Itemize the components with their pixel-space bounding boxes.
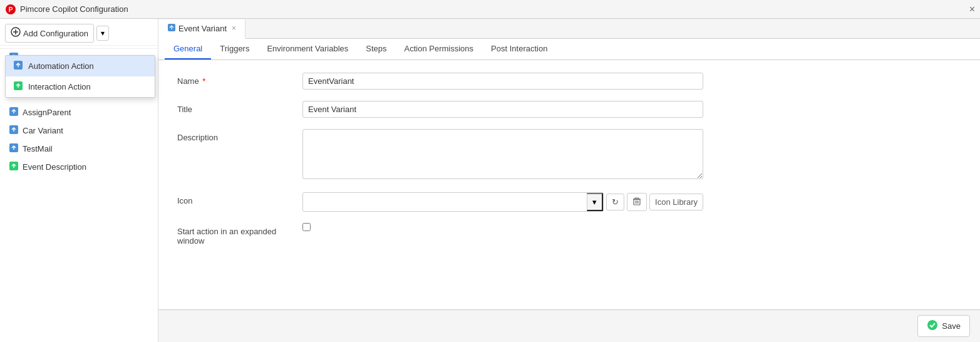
tab-action-permissions[interactable]: Action Permissions xyxy=(396,39,483,60)
icon-library-button[interactable]: Icon Library xyxy=(649,194,703,210)
checkbox-row xyxy=(302,223,703,231)
sidebar-item-assign-parent[interactable]: AssignParent xyxy=(0,103,158,122)
sidebar-top-buttons: Add Configuration ▾ xyxy=(0,19,158,46)
start-action-field-row: Start action in an expanded window xyxy=(177,223,961,246)
dropdown-automation-action[interactable]: Automation Action xyxy=(6,56,155,76)
name-required: * xyxy=(202,76,205,86)
steps-tab-label: Steps xyxy=(366,44,386,53)
tab-close-button[interactable]: × xyxy=(232,24,236,33)
event-variant-tab-label: Event Variant xyxy=(178,24,227,33)
sidebar-item-event-description[interactable]: Event Description xyxy=(0,158,158,176)
general-tab-label: General xyxy=(173,44,202,53)
svg-text:P: P xyxy=(9,6,13,13)
tab-post-interaction[interactable]: Post Interaction xyxy=(482,39,556,60)
trash-icon xyxy=(632,197,641,207)
svg-point-31 xyxy=(927,320,937,330)
sidebar: Add Configuration ▾ Automation Action In… xyxy=(0,19,158,342)
delete-icon-button[interactable] xyxy=(627,193,647,211)
icon-dropdown-button[interactable]: ▾ xyxy=(587,193,603,211)
refresh-icon: ↻ xyxy=(612,197,619,207)
post-interaction-tab-label: Post Interaction xyxy=(491,44,547,53)
add-configuration-button[interactable]: Add Configuration xyxy=(5,24,94,43)
tab-bar: Event Variant × xyxy=(158,19,980,39)
sidebar-item-label: AssignParent xyxy=(23,108,71,117)
title-control xyxy=(302,101,703,118)
add-config-dropdown-button[interactable]: ▾ xyxy=(96,26,109,41)
environment-variables-tab-label: Environment Variables xyxy=(267,44,348,53)
start-action-label: Start action in an expanded window xyxy=(177,223,302,246)
icon-library-label: Icon Library xyxy=(655,197,698,207)
name-field-row: Name * xyxy=(177,73,961,90)
bottom-bar: Save xyxy=(158,309,980,342)
dropdown-interaction-label: Interaction Action xyxy=(28,82,91,91)
svg-rect-27 xyxy=(635,198,639,199)
icon-row: ▾ ↻ Icon Library xyxy=(302,192,703,212)
add-config-label: Add Configuration xyxy=(23,29,88,38)
icon-control: ▾ ↻ Icon Library xyxy=(302,192,703,212)
title-input[interactable] xyxy=(302,101,703,118)
save-label: Save xyxy=(942,321,961,331)
save-button[interactable]: Save xyxy=(917,315,970,337)
description-label: Description xyxy=(177,129,302,142)
interaction-icon xyxy=(13,81,23,93)
green-action-icon xyxy=(9,161,19,173)
close-window-button[interactable]: × xyxy=(969,4,975,15)
tab-steps[interactable]: Steps xyxy=(357,39,395,60)
inner-tabs: General Triggers Environment Variables S… xyxy=(158,39,980,60)
tab-environment-variables[interactable]: Environment Variables xyxy=(258,39,357,60)
app-logo: P xyxy=(5,4,16,15)
blue-action-icon xyxy=(9,125,19,137)
sidebar-item-test-mail[interactable]: TestMail xyxy=(0,140,158,158)
triggers-tab-label: Triggers xyxy=(220,44,249,53)
name-input[interactable] xyxy=(302,73,703,90)
title-bar: P Pimcore Copilot Configuration × xyxy=(0,0,980,19)
event-variant-tab-icon xyxy=(167,23,176,34)
blue-action-icon xyxy=(9,143,19,155)
action-permissions-tab-label: Action Permissions xyxy=(405,44,474,53)
sidebar-item-car-variant[interactable]: Car Variant xyxy=(0,122,158,140)
description-control xyxy=(302,129,703,181)
save-checkmark-icon xyxy=(927,319,938,333)
start-action-control xyxy=(302,223,703,231)
sidebar-item-label: TestMail xyxy=(23,144,53,153)
plus-icon xyxy=(11,27,21,39)
icon-field-row: Icon ▾ ↻ xyxy=(177,192,961,212)
event-variant-tab[interactable]: Event Variant × xyxy=(158,19,245,39)
icon-input[interactable] xyxy=(303,194,587,210)
content-area: Event Variant × General Triggers Environ… xyxy=(158,19,980,342)
title-label: Title xyxy=(177,101,302,114)
blue-action-icon xyxy=(9,106,19,118)
tab-triggers[interactable]: Triggers xyxy=(211,39,258,60)
start-action-checkbox[interactable] xyxy=(302,223,311,231)
icon-label: Icon xyxy=(177,192,302,205)
refresh-icon-button[interactable]: ↻ xyxy=(606,194,624,210)
description-field-row: Description xyxy=(177,129,961,181)
add-config-dropdown-menu: Automation Action Interaction Action xyxy=(5,55,155,98)
icon-select-wrapper: ▾ xyxy=(302,192,604,212)
form-area: Name * Title Description xyxy=(158,60,980,309)
description-textarea[interactable] xyxy=(302,129,703,179)
sidebar-item-label: Car Variant xyxy=(23,126,63,135)
dropdown-automation-label: Automation Action xyxy=(28,61,94,71)
automation-icon xyxy=(13,60,23,72)
dropdown-interaction-action[interactable]: Interaction Action xyxy=(6,76,155,97)
name-label: Name * xyxy=(177,73,302,86)
app-title: Pimcore Copilot Configuration xyxy=(20,4,966,14)
title-field-row: Title xyxy=(177,101,961,118)
name-control xyxy=(302,73,703,90)
sidebar-item-label: Event Description xyxy=(23,162,86,172)
tab-general[interactable]: General xyxy=(165,39,211,60)
